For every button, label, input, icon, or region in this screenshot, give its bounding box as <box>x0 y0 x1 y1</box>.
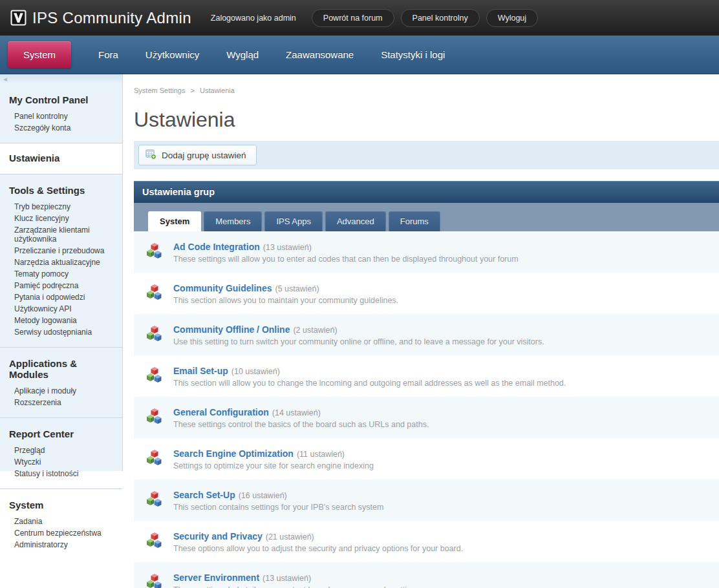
group-count: (5 ustawień) <box>275 284 319 293</box>
group-count: (10 ustawień) <box>231 367 280 376</box>
sidebar-section-title: My Control Panel <box>9 94 113 105</box>
panel-header: Ustawienia grup <box>134 181 719 203</box>
tab-ips-apps[interactable]: IPS Apps <box>264 211 322 231</box>
sidebar-item-administratorzy[interactable]: Administratorzy <box>9 539 113 551</box>
cubes-icon <box>146 449 164 468</box>
group-description: These settings will allow you to enter a… <box>173 255 519 264</box>
sidebar-item-przeliczanie[interactable]: Przeliczanie i przebudowa <box>9 245 113 257</box>
cubes-icon <box>146 490 164 510</box>
control-panel-button[interactable]: Panel kontrolny <box>401 9 480 27</box>
sidebar-item-zadania[interactable]: Zadania <box>9 516 113 527</box>
sidebar-item-serwisy-udostepniania[interactable]: Serwisy udostępniania <box>9 326 113 338</box>
group-count: (13 ustawień) <box>263 574 311 583</box>
sidebar-item-uzytkownicy-api[interactable]: Użytkownicy API <box>9 303 113 315</box>
topbar-buttons: Powrót na forum Panel kontrolny Wyloguj <box>312 9 538 27</box>
sidebar-item-statusy[interactable]: Statusy i istotności <box>9 468 113 479</box>
sidebar-item-wtyczki[interactable]: Wtyczki <box>9 456 113 468</box>
group-description: Use this setting to turn switch your com… <box>173 337 544 346</box>
logout-button[interactable]: Wyloguj <box>486 9 538 27</box>
main-content: System Settings > Ustawienia Ustawienia <box>123 74 719 588</box>
table-row[interactable]: Security and Privacy(21 ustawień) These … <box>134 521 719 562</box>
primary-nav: System Fora Użytkownicy Wygląd Zaawansow… <box>0 36 719 74</box>
sidebar-section-my-control-panel: My Control Panel Panel kontrolny Szczegó… <box>0 84 122 143</box>
breadcrumb-system-settings[interactable]: System Settings <box>134 87 185 94</box>
add-settings-group-button[interactable]: Dodaj grupę ustawień <box>138 145 257 165</box>
group-link[interactable]: Server Environment <box>173 572 259 583</box>
sidebar-item-zarzadzanie-klientami[interactable]: Zarządzanie klientami użytkownika <box>9 224 113 245</box>
nav-tab-advanced[interactable]: Zaawansowane <box>286 49 354 60</box>
nav-tab-users[interactable]: Użytkownicy <box>145 49 199 60</box>
sidebar-item-tematy-pomocy[interactable]: Tematy pomocy <box>9 268 113 280</box>
group-link[interactable]: Security and Privacy <box>173 531 263 541</box>
sidebar-section-report-center: Report Center Przegląd Wtyczki Statusy i… <box>0 417 122 488</box>
sidebar-item-aplikacje-moduly[interactable]: Aplikacje i moduły <box>9 385 113 397</box>
cubes-icon <box>146 325 164 344</box>
sidebar-section-tools-settings: Tools & Settings Tryb bezpieczny Klucz l… <box>0 174 122 347</box>
sidebar-item-centrum-bezpieczenstwa[interactable]: Centrum bezpieczeństwa <box>9 527 113 539</box>
sidebar-item-panel-kontrolny[interactable]: Panel kontrolny <box>9 110 113 122</box>
group-link[interactable]: General Configuration <box>173 407 269 417</box>
table-row[interactable]: General Configuration(14 ustawień) These… <box>134 397 719 438</box>
tab-advanced[interactable]: Advanced <box>325 211 386 231</box>
tab-members[interactable]: Members <box>204 211 262 231</box>
page-title: Ustawienia <box>134 108 719 132</box>
settings-group-list: Ad Code Integration(13 ustawień) These s… <box>134 231 719 588</box>
sidebar-section-title: Applications & Modules <box>9 358 113 380</box>
collapse-sidebar-icon[interactable]: ◄ <box>2 76 8 83</box>
add-settings-group-label: Dodaj grupę ustawień <box>162 151 246 160</box>
breadcrumb-separator: > <box>191 87 195 94</box>
table-row[interactable]: Search Set-Up(16 ustawień) This section … <box>134 479 719 521</box>
sidebar-section-title: Tools & Settings <box>9 185 113 196</box>
return-to-forum-button[interactable]: Powrót na forum <box>312 9 394 27</box>
panel-tabstrip: System Members IPS Apps Advanced Forums <box>134 203 719 231</box>
sidebar-item-przeglad[interactable]: Przegląd <box>9 445 113 456</box>
table-row[interactable]: Email Set-up(10 ustawień) This section w… <box>134 355 719 397</box>
sidebar-item-tryb-bezpieczny[interactable]: Tryb bezpieczny <box>9 201 113 213</box>
tab-forums[interactable]: Forums <box>389 211 440 231</box>
sidebar-section-applications-modules: Applications & Modules Aplikacje i moduł… <box>0 347 122 417</box>
table-row[interactable]: Community Guidelines(5 ustawień) This se… <box>134 273 719 314</box>
group-count: (11 ustawień) <box>297 450 345 459</box>
group-link[interactable]: Search Set-Up <box>173 490 235 500</box>
tab-system[interactable]: System <box>148 211 201 231</box>
brand-title: IPS Community Admin <box>32 9 191 27</box>
sidebar-item-pytania-odpowiedzi[interactable]: Pytania i odpowiedzi <box>9 291 113 303</box>
group-link[interactable]: Community Guidelines <box>173 283 272 293</box>
sidebar-section-title: Ustawienia <box>9 152 113 163</box>
sidebar-item-szczegoly-konta[interactable]: Szczegóły konta <box>9 122 113 134</box>
group-description: These settings control the basics of the… <box>173 420 429 429</box>
brand: IPS Community Admin <box>10 9 191 27</box>
group-count: (13 ustawień) <box>263 243 312 252</box>
breadcrumb: System Settings > Ustawienia <box>134 87 719 94</box>
nav-tab-fora[interactable]: Fora <box>98 49 118 60</box>
nav-tab-stats-logs[interactable]: Statystyki i logi <box>381 49 445 60</box>
cubes-icon <box>146 242 164 262</box>
group-count: (2 ustawień) <box>293 326 337 335</box>
group-link[interactable]: Search Engine Optimization <box>173 448 294 459</box>
table-row[interactable]: Community Offline / Online(2 ustawień) U… <box>134 314 719 355</box>
breadcrumb-current[interactable]: Ustawienia <box>200 87 235 94</box>
cubes-icon <box>146 532 164 551</box>
table-row[interactable]: Server Environment(13 ustawień) These se… <box>134 562 719 588</box>
sidebar-item-narzedzia-aktualizacyjne[interactable]: Narzędzia aktualizacyjne <box>9 257 113 268</box>
cubes-icon <box>146 366 164 386</box>
table-row[interactable]: Ad Code Integration(13 ustawień) These s… <box>134 231 719 273</box>
group-description: Settings to optimize your site for searc… <box>173 461 374 470</box>
group-description: These settings help tailor your output b… <box>173 585 422 588</box>
toolbar-strip: Dodaj grupę ustawień <box>134 141 719 169</box>
sidebar-section-ustawienia[interactable]: Ustawienia <box>0 143 122 174</box>
page-body: ◄ My Control Panel Panel kontrolny Szcze… <box>0 74 719 588</box>
group-link[interactable]: Ad Code Integration <box>173 242 260 252</box>
sidebar-item-klucz-licencyjny[interactable]: Klucz licencyjny <box>9 213 113 224</box>
sidebar-collapse-strip: ◄ <box>0 74 122 84</box>
topbar: IPS Community Admin Zalogowano jako admi… <box>0 0 719 36</box>
sidebar-section-title: System <box>9 499 113 510</box>
nav-tab-system[interactable]: System <box>8 41 71 68</box>
table-row[interactable]: Search Engine Optimization(11 ustawień) … <box>134 438 719 479</box>
group-link[interactable]: Community Offline / Online <box>173 324 290 335</box>
sidebar-item-rozszerzenia[interactable]: Rozszerzenia <box>9 397 113 408</box>
sidebar-item-pamiec-podreczna[interactable]: Pamięć podręczna <box>9 280 113 291</box>
sidebar-item-metody-logowania[interactable]: Metody logowania <box>9 315 113 326</box>
group-link[interactable]: Email Set-up <box>173 366 228 376</box>
nav-tab-look[interactable]: Wygląd <box>226 49 259 60</box>
